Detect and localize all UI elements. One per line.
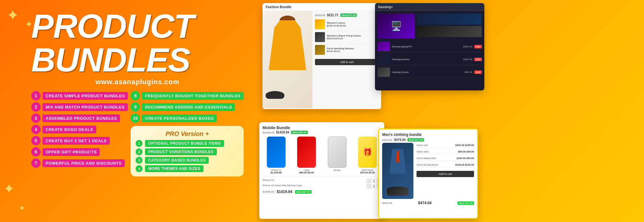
feature-item-6: 6 OFFER GIFT PRODUCTS <box>31 147 131 157</box>
pro-label-2: PRODUCT VARIATIONS BUNDLES <box>145 148 217 155</box>
feature-number-10: 10 <box>131 113 140 123</box>
mobile-sale-price: $1419.94 <box>276 131 289 134</box>
phone-blue-visual <box>267 137 286 168</box>
gaming-monitor-img <box>417 13 482 25</box>
gaming-add-btn-1[interactable]: Add <box>474 45 482 48</box>
feature-number-6: 6 <box>31 147 41 157</box>
qty-value-2: 1 <box>372 185 376 188</box>
feature-item-9: 9 RECOMMEND ADDONS AND ESSENTIALS <box>131 102 244 112</box>
mens-add-to-cart-button[interactable]: Add to cart <box>417 171 474 177</box>
fashion-sale-price: $221.71 <box>327 13 338 17</box>
fashion-add-to-cart-button[interactable]: Add to cart <box>315 59 379 65</box>
mobile-total-old: $1446.49 <box>262 190 274 193</box>
feature-item-4: 4 CREATE BOGO DEALS <box>31 125 131 134</box>
shoes-decoration <box>266 91 284 99</box>
mens-item-2-name: men's shirt <box>417 150 428 153</box>
gaming-img-2 <box>377 55 390 64</box>
mens-item-1-name: men's suit <box>417 144 428 147</box>
mobile-badge: Save $27.47 <box>291 131 307 134</box>
fashion-product-1: Women's dress $150.00 $139.89 <box>315 18 379 31</box>
phones-showcase: iPhone 12 $1,209.80 Case $69.00 $9.00 Sc… <box>262 137 381 174</box>
phone-item-2: Case $69.00 $9.00 <box>293 137 321 174</box>
feature-number-9: 9 <box>131 102 140 112</box>
feature-number-2: 2 <box>31 102 41 112</box>
gaming-product-1-name: Gaming laptop/PC <box>392 45 462 48</box>
feature-item-1: 1 CREATE SIMPLE PRODUCT BUNDLES <box>31 91 131 100</box>
feature-label-9: RECOMMEND ADDONS AND ESSENTIALS <box>142 103 235 111</box>
mens-item-1: men's suit $200.00 $195.00 <box>417 143 474 148</box>
mens-item-3: men's blazer ATA $100.00 $90.00 <box>417 156 474 161</box>
fashion-badge: Save $17.29 <box>340 13 357 17</box>
fashion-product-3-name: Paris Handbag Women <box>327 47 379 50</box>
gaming-main-images: 🖥️ <box>377 13 482 38</box>
feature-number-8: 8 <box>131 91 140 100</box>
mens-footer-new: $474.04 <box>418 201 432 205</box>
phone-clear-visual <box>328 137 347 168</box>
mobile-price-row: $1446.49 $1419.94 Save $27.47 <box>262 131 381 134</box>
gaming-product-2: Gaming Monitor $380.00 Add <box>377 54 482 65</box>
fashion-product-1-image <box>315 19 325 29</box>
mobile-total-badge: Save $27.47 <box>295 190 312 194</box>
gaming-add-btn-2[interactable]: Add <box>474 58 482 61</box>
fashion-product-1-name: Women's dress <box>327 22 379 24</box>
fashion-product-1-info: Women's dress $150.00 $139.89 <box>327 22 379 27</box>
shoe-decoration <box>387 186 409 196</box>
mens-item-1-price: $200.00 $195.00 <box>455 144 474 147</box>
fashion-product-1-price: $150.00 $139.89 <box>327 24 379 27</box>
fashion-product-2: Women's Black Pump shoes $89.00 $79.00 <box>315 31 379 44</box>
feature-item-7: 7 POWERFUL PRICE AND DISCOUNTS <box>31 158 131 168</box>
banner-container: ✦ ✦ ✦ ✦ PRODUCT BUNDLES www.asanaplugins… <box>0 0 644 222</box>
screenshots-area: Fashion Bundle $239.00 $221.71 Save $17.… <box>256 0 644 222</box>
phone-item-1: iPhone 12 $1,209.80 <box>262 137 290 174</box>
mobile-item-row-2: iPhone 12 Cloud Oak Silicone Case - 1 + <box>262 184 381 188</box>
gift-label: Gift Product <box>354 169 382 171</box>
feature-number-7: 7 <box>31 158 41 168</box>
pro-version-box: PRO Version + 1 OPTIONAL PRODUCT BUNDLE … <box>131 126 244 176</box>
phone-2-label: Case <box>293 169 321 171</box>
mens-bundle-title: Men's clothing bundle <box>382 133 474 137</box>
qty-value-1: 1 <box>372 179 376 183</box>
gaming-add-btn-3[interactable]: Add <box>474 70 482 74</box>
gift-item-phone: 🎁 Gift Product $15.00 $0.00 <box>354 137 382 174</box>
fashion-product-2-info: Women's Black Pump shoes $89.00 $79.00 <box>327 34 379 40</box>
gaming-mouse-img <box>417 26 482 37</box>
gaming-sub-images <box>417 13 482 38</box>
pro-number-1: 1 <box>136 140 142 147</box>
fashion-bundle-title: Fashion Bundle <box>266 5 292 9</box>
fashion-price-row: $239.00 $221.71 Save $17.29 <box>315 13 379 17</box>
gaming-bundle-card: Gaming+ 🖥️ <box>375 3 484 90</box>
mobile-inner: Mobile Bundle $1446.49 $1419.94 Save $27… <box>259 122 384 197</box>
gaming-product-1-price: $800.00 <box>463 45 472 48</box>
feature-item-5: 5 CREATE BUY 2 GET 1 DEALS <box>31 136 131 145</box>
gaming-bundle-title: Gaming+ <box>378 5 393 9</box>
gaming-product-2-name: Gaming Monitor <box>392 58 462 61</box>
gaming-img-1 <box>377 42 390 51</box>
fashion-bundle-card: Fashion Bundle $239.00 $221.71 Save $17.… <box>262 3 381 109</box>
feature-number-1: 1 <box>31 91 41 100</box>
mens-footer-badge: Save $17.45 <box>457 201 474 205</box>
mens-item-4: men's formal shoes $140.00 $140.00 <box>417 162 474 167</box>
feature-label-7: POWERFUL PRICE AND DISCOUNTS <box>42 159 125 167</box>
pro-label-3: CATEGORY BASED BUNDLES <box>145 157 209 164</box>
features-wrapper: 1 CREATE SIMPLE PRODUCT BUNDLES 2 MIX AN… <box>31 91 244 176</box>
gaming-product-3-price: $60.00 <box>465 71 472 74</box>
fashion-original-price: $239.00 <box>315 14 325 17</box>
fashion-bundle-header: Fashion Bundle <box>262 3 381 11</box>
fashion-product-2-price: $89.00 $79.00 <box>327 37 379 40</box>
gaming-product-3: Gaming Mouse $60.00 Add <box>377 66 482 78</box>
pro-label-4: MORE THEMES AND SIZES <box>145 165 203 172</box>
mens-footer-old: $491.99 <box>382 201 392 205</box>
mens-badge: Save $17.45 <box>407 138 424 142</box>
pro-number-4: 4 <box>136 165 142 172</box>
mens-sale-price: $474.04 <box>394 138 406 142</box>
mens-inner: Men's clothing bundle $491.99 $474.04 Sa… <box>379 129 477 208</box>
fashion-product-3: Paris Handbag Women $0.00 $0.00 <box>315 44 379 56</box>
mens-visuals <box>382 143 413 199</box>
qty-minus-2[interactable]: - <box>367 184 371 188</box>
phone-1-label: iPhone 12 <box>262 169 290 171</box>
suit-visual <box>382 143 413 199</box>
fashion-product-2-name: Women's Black Pump shoes <box>327 34 379 37</box>
feature-label-6: OFFER GIFT PRODUCTS <box>42 148 100 156</box>
qty-minus-1[interactable]: - <box>367 179 371 183</box>
mens-clothing-card: Men's clothing bundle $491.99 $474.04 Sa… <box>378 128 478 219</box>
